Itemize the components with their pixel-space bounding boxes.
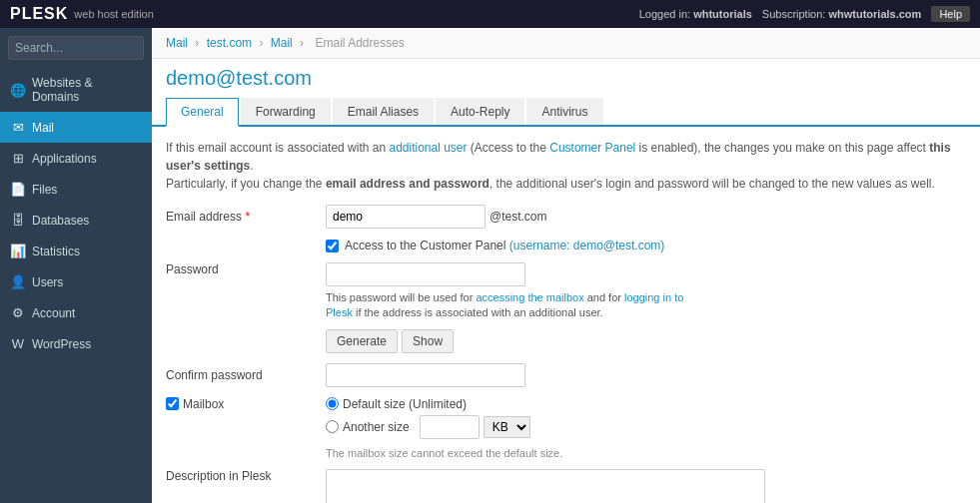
sidebar-item-applications[interactable]: ⊞ Applications (0, 143, 152, 174)
mailbox-size-group: Default size (Unlimited) Another size KB… (326, 397, 562, 459)
sidebar-item-databases[interactable]: 🗄 Databases (0, 205, 152, 236)
mail-icon: ✉ (10, 120, 26, 135)
search-input[interactable] (8, 36, 144, 60)
description-textarea[interactable] (326, 469, 765, 503)
mailbox-checkbox[interactable] (166, 397, 179, 410)
email-address-row: Email address * @test.com (166, 205, 966, 229)
email-label: Email address * (166, 210, 326, 224)
tab-auto-reply[interactable]: Auto-Reply (436, 98, 524, 125)
form-area: If this email account is associated with… (152, 127, 980, 503)
plesk-subtitle: web host edition (74, 8, 154, 20)
breadcrumb-testcom[interactable]: test.com (207, 36, 252, 50)
sidebar-item-label: Databases (32, 214, 89, 228)
size-value-input[interactable] (420, 415, 480, 439)
subscription-text: Subscription: whwtutorials.com (762, 8, 922, 20)
default-size-option: Default size (Unlimited) (326, 397, 562, 411)
sidebar-item-statistics[interactable]: 📊 Statistics (0, 236, 152, 266)
tab-general[interactable]: General (166, 98, 239, 127)
plesk-logo: PLESK (10, 5, 68, 23)
sidebar-item-wordpress[interactable]: W WordPress (0, 328, 152, 359)
mailbox-label: Mailbox (166, 397, 326, 411)
logo-section: PLESK web host edition (10, 5, 154, 23)
customer-panel-username: (username: demo@test.com) (509, 239, 665, 252)
logged-in-text: Logged in: whtutorials (639, 8, 752, 20)
email-input[interactable] (326, 205, 486, 229)
default-size-radio[interactable] (326, 397, 339, 410)
sidebar: 🌐 Websites & Domains ✉ Mail ⊞ Applicatio… (0, 28, 152, 503)
customer-panel-row: Access to the Customer Panel (username: … (326, 239, 966, 252)
mailbox-row: Mailbox Default size (Unlimited) Another… (166, 397, 966, 459)
globe-icon: 🌐 (10, 83, 26, 98)
stats-icon: 📊 (10, 244, 26, 258)
description-row: Description in Plesk The description is … (166, 469, 966, 503)
description-label: Description in Plesk (166, 469, 326, 483)
size-unit-select[interactable]: KB (484, 416, 530, 438)
page-title: demo@test.com (152, 59, 980, 94)
password-section: This password will be used for accessing… (326, 262, 705, 353)
sidebar-item-label: WordPress (32, 337, 91, 351)
users-icon: 👤 (10, 274, 26, 289)
mailbox-note: The mailbox size cannot exceed the defau… (326, 447, 562, 459)
sidebar-item-label: Account (32, 306, 75, 320)
sidebar-item-label: Statistics (32, 245, 80, 258)
sidebar-item-mail[interactable]: ✉ Mail (0, 112, 152, 143)
top-bar-right: Logged in: whtutorials Subscription: whw… (639, 6, 970, 22)
info-text: If this email account is associated with… (166, 139, 966, 193)
main-layout: 🌐 Websites & Domains ✉ Mail ⊞ Applicatio… (0, 28, 980, 503)
password-row: Password This password will be used for … (166, 262, 966, 353)
password-input[interactable] (326, 262, 525, 286)
mailbox-label-text: Mailbox (183, 397, 224, 411)
content-area: Mail › test.com › Mail › Email Addresses… (152, 28, 980, 503)
top-bar: PLESK web host edition Logged in: whtuto… (0, 0, 980, 28)
sidebar-item-account[interactable]: ⚙ Account (0, 297, 152, 328)
generate-button[interactable]: Generate (326, 329, 398, 353)
description-section: The description is visible to everyone w… (326, 469, 765, 503)
sidebar-item-websites-domains[interactable]: 🌐 Websites & Domains (0, 68, 152, 112)
customer-panel-label: Access to the Customer Panel (username: … (345, 239, 664, 252)
sidebar-item-label: Applications (32, 152, 97, 166)
tabs: General Forwarding Email Aliases Auto-Re… (152, 98, 980, 127)
apps-icon: ⊞ (10, 151, 26, 166)
sidebar-search-container (0, 28, 152, 68)
confirm-password-row: Confirm password (166, 363, 966, 387)
size-input-group: KB (420, 415, 530, 439)
password-btn-group: Generate Show (326, 329, 705, 353)
password-label: Password (166, 262, 326, 276)
show-button[interactable]: Show (402, 329, 454, 353)
password-hint: This password will be used for accessing… (326, 290, 705, 321)
confirm-password-input[interactable] (326, 363, 525, 387)
breadcrumb-current: Email Addresses (315, 36, 404, 50)
sidebar-item-users[interactable]: 👤 Users (0, 266, 152, 297)
wordpress-icon: W (10, 336, 26, 351)
another-size-option: Another size KB (326, 415, 562, 439)
tab-antivirus[interactable]: Antivirus (526, 98, 602, 125)
breadcrumb-mail[interactable]: Mail (166, 36, 188, 50)
another-size-radio[interactable] (326, 420, 339, 433)
db-icon: 🗄 (10, 213, 26, 228)
sidebar-item-files[interactable]: 📄 Files (0, 174, 152, 205)
sidebar-item-label: Websites & Domains (32, 76, 142, 104)
files-icon: 📄 (10, 182, 26, 197)
another-size-label: Another size (343, 420, 410, 434)
email-domain: @test.com (490, 210, 547, 224)
tab-email-aliases[interactable]: Email Aliases (333, 98, 434, 125)
breadcrumb: Mail › test.com › Mail › Email Addresses (152, 28, 980, 59)
sidebar-item-label: Users (32, 275, 63, 289)
confirm-password-label: Confirm password (166, 368, 326, 382)
sidebar-item-label: Files (32, 183, 57, 197)
tab-forwarding[interactable]: Forwarding (241, 98, 331, 125)
customer-panel-checkbox[interactable] (326, 240, 339, 252)
help-button[interactable]: Help (931, 6, 970, 22)
sidebar-item-label: Mail (32, 121, 54, 135)
email-input-group: @test.com (326, 205, 547, 229)
account-icon: ⚙ (10, 305, 26, 320)
default-size-label: Default size (Unlimited) (343, 397, 467, 411)
breadcrumb-mail2[interactable]: Mail (271, 36, 293, 50)
